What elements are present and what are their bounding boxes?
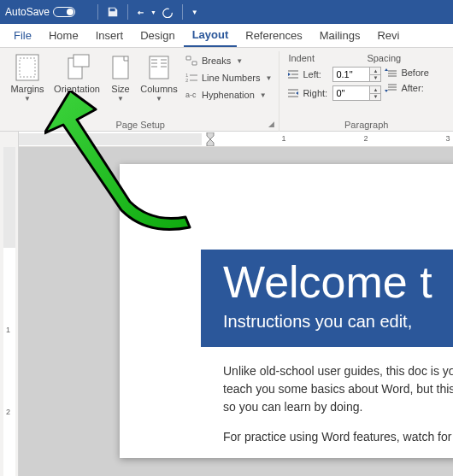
tab-mailings[interactable]: Mailings [311,24,369,47]
orientation-button[interactable]: Orientation ▼ [51,51,103,104]
divider [127,4,128,20]
margins-label: Margins [10,84,44,94]
spacing-before-label: Before [401,68,428,78]
chevron-down-icon: ▼ [265,74,272,82]
indent-right-input[interactable] [332,85,370,101]
autosave-toggle[interactable]: AutoSave Off [5,6,89,18]
undo-icon[interactable]: ▼ [137,6,156,18]
ruler-tick: 2 [6,408,10,416]
chevron-down-icon: ▼ [24,96,31,103]
divider [182,4,183,20]
svg-text:a-c: a-c [185,91,197,99]
document-page[interactable]: Welcome t Instructions you can edit, Unl… [120,164,453,458]
redo-icon[interactable] [162,6,174,18]
chevron-down-icon: ▼ [260,91,267,99]
tab-file[interactable]: File [5,24,40,47]
paragraph-group-label: Paragraph [283,118,450,130]
breaks-label: Breaks [202,56,231,66]
autosave-label: AutoSave [5,6,50,18]
vertical-ruler[interactable]: 1 2 [0,147,19,476]
indent-right-icon [286,87,300,99]
hyphenation-icon: a-c [185,88,198,102]
body-line: Unlike old-school user guides, this doc … [223,364,453,378]
svg-rect-4 [113,56,128,79]
margins-button[interactable]: Margins ▼ [5,51,50,104]
tab-design[interactable]: Design [132,24,183,47]
banner-subtitle: Instructions you can edit, [223,312,453,332]
columns-icon [144,53,174,82]
breaks-button[interactable]: Breaks ▼ [181,53,275,68]
svg-rect-3 [74,55,89,67]
page-setup-group-label: Page Setup [5,118,275,130]
chevron-down-icon: ▼ [156,96,162,103]
body-line: teach you some basics about Word, but th… [223,382,453,396]
body-line: so you can learn by doing. [223,400,362,414]
line-numbers-label: Line Numbers [202,73,260,83]
banner-title: Welcome t [223,258,453,307]
orientation-icon [62,53,91,82]
ruler-tick: 1 [281,134,285,143]
welcome-banner: Welcome t Instructions you can edit, [201,250,453,347]
customize-qat-icon[interactable]: ▼ [191,9,198,16]
tab-insert[interactable]: Insert [87,24,132,47]
spinner-buttons[interactable]: ▲▼ [370,67,381,82]
hyphenation-label: Hyphenation [202,90,255,100]
group-paragraph: Indent Spacing Left: ▲▼ Right: ▲▼ [279,51,453,132]
size-button[interactable]: Size ▼ [104,51,137,104]
tab-layout[interactable]: Layout [184,24,238,47]
first-line-indent-marker[interactable] [202,132,222,146]
document-area: 1 2 Welcome t Instructions you can edit,… [0,147,453,476]
spacing-after-icon [385,82,398,94]
spacing-before-icon [385,67,398,79]
indent-left-label: Left: [303,69,330,79]
spacing-header: Spacing [367,53,401,63]
save-icon[interactable] [107,6,119,18]
tab-review[interactable]: Revi [368,24,408,47]
svg-text:2: 2 [185,78,189,83]
indent-left-input[interactable] [332,67,370,82]
tab-home[interactable]: Home [40,24,87,47]
orientation-label: Orientation [54,84,100,94]
columns-label: Columns [140,84,177,94]
chevron-down-icon: ▼ [117,96,124,103]
ruler-corner [0,132,19,147]
size-icon [106,53,135,82]
tab-references[interactable]: References [237,24,310,47]
indent-left-icon [286,68,300,80]
chevron-down-icon: ▼ [236,57,243,65]
chevron-down-icon: ▼ [74,96,80,103]
body-line: For practice using Word features, watch … [223,430,453,444]
page-setup-dialog-launcher[interactable]: ◢ [266,119,276,129]
title-bar: AutoSave Off ▼ ▼ [0,0,453,24]
columns-button[interactable]: Columns ▼ [138,51,179,104]
size-label: Size [111,84,129,94]
divider [97,4,98,20]
spinner-buttons[interactable]: ▲▼ [370,85,381,101]
line-numbers-button[interactable]: 12 Line Numbers ▼ [181,70,275,85]
ruler-tick: 1 [6,326,10,334]
ribbon: Margins ▼ Orientation ▼ Size ▼ [0,48,453,132]
ruler-tick: 2 [363,134,368,143]
margins-icon [13,53,42,82]
line-numbers-icon: 12 [185,71,198,85]
body-text[interactable]: Unlike old-school user guides, this doc … [201,347,453,446]
horizontal-ruler[interactable]: 1 2 3 [0,132,453,147]
ruler-tick: 3 [445,134,450,143]
group-page-setup: Margins ▼ Orientation ▼ Size ▼ [2,51,279,132]
indent-right-label: Right: [303,88,330,98]
ribbon-tabs: File Home Insert Design Layout Reference… [0,24,453,48]
spacing-after-label: After: [401,83,423,93]
indent-header: Indent [288,53,367,63]
toggle-off-icon [53,7,75,17]
breaks-icon [185,54,198,68]
hyphenation-button[interactable]: a-c Hyphenation ▼ [181,87,275,103]
